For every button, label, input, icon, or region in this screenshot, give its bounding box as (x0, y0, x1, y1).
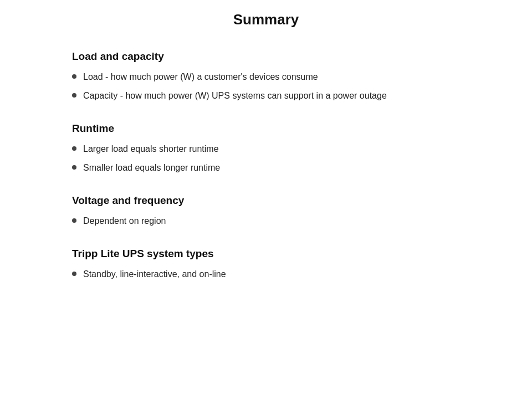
bullet-list-1: Larger load equals shorter runtimeSmalle… (72, 142, 460, 175)
bullet-text: Capacity - how much power (W) UPS system… (83, 89, 460, 103)
bullet-text: Standby, line-interactive, and on-line (83, 268, 460, 281)
page-title: Summary (72, 11, 460, 28)
bullet-dot-icon (72, 93, 76, 98)
section-heading-1: Runtime (72, 122, 460, 135)
page-container: Summary Load and capacity Load - how muc… (50, 0, 482, 323)
bullet-dot-icon (72, 165, 76, 170)
bullet-text: Dependent on region (83, 214, 460, 228)
section-load-and-capacity: Load and capacity Load - how much power … (72, 50, 460, 103)
list-item: Capacity - how much power (W) UPS system… (72, 89, 460, 103)
section-heading-0: Load and capacity (72, 50, 460, 63)
list-item: Dependent on region (72, 214, 460, 228)
section-runtime: Runtime Larger load equals shorter runti… (72, 122, 460, 175)
bullet-text: Larger load equals shorter runtime (83, 142, 460, 156)
section-heading-3: Tripp Lite UPS system types (72, 248, 460, 260)
bullet-list-2: Dependent on region (72, 214, 460, 228)
list-item: Smaller load equals longer runtime (72, 161, 460, 175)
list-item: Larger load equals shorter runtime (72, 142, 460, 156)
bullet-dot-icon (72, 272, 76, 276)
section-heading-2: Voltage and frequency (72, 195, 460, 207)
list-item: Standby, line-interactive, and on-line (72, 268, 460, 281)
bullet-dot-icon (72, 218, 76, 223)
section-voltage-and-frequency: Voltage and frequency Dependent on regio… (72, 195, 460, 228)
bullet-list-3: Standby, line-interactive, and on-line (72, 268, 460, 281)
bullet-dot-icon (72, 146, 76, 151)
list-item: Load - how much power (W) a customer's d… (72, 70, 460, 84)
bullet-text: Load - how much power (W) a customer's d… (83, 70, 460, 84)
bullet-list-0: Load - how much power (W) a customer's d… (72, 70, 460, 103)
section-tripp-lite-ups: Tripp Lite UPS system types Standby, lin… (72, 248, 460, 281)
bullet-text: Smaller load equals longer runtime (83, 161, 460, 175)
bullet-dot-icon (72, 74, 76, 79)
